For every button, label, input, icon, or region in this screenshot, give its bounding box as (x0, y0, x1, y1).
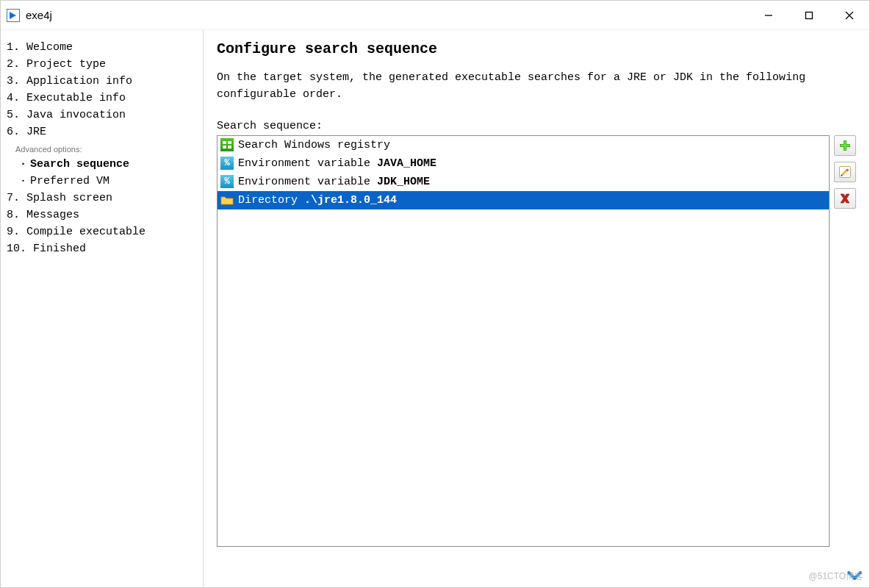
close-icon (845, 11, 854, 20)
sidebar-substep[interactable]: ·Search sequence (7, 156, 203, 173)
body: 1. Welcome2. Project type3. Application … (1, 30, 869, 587)
advanced-options-header: Advanced options: (7, 140, 203, 156)
watermark: @51CTO博客 (808, 570, 863, 583)
list-item[interactable]: %Environment variable JDK_HOME (218, 173, 829, 191)
maximize-icon (805, 11, 813, 20)
minimize-button[interactable] (748, 1, 788, 29)
registry-icon (220, 138, 234, 151)
sidebar-step[interactable]: 10. Finished (7, 240, 203, 257)
sidebar-step[interactable]: 9. Compile executable (7, 223, 203, 240)
search-sequence-listbox[interactable]: Search Windows registry%Environment vari… (217, 135, 830, 547)
list-item-label: Environment variable JAVA_HOME (238, 157, 436, 170)
list-item[interactable]: Search Windows registry (218, 136, 829, 154)
folder-icon (220, 193, 234, 207)
svg-rect-11 (841, 144, 850, 146)
list-item-label: Directory .\jre1.8.0_144 (238, 194, 397, 207)
app-icon (7, 9, 20, 22)
main-panel: Configure search sequence On the target … (204, 30, 869, 587)
sidebar-step[interactable]: 8. Messages (7, 207, 203, 223)
list-label: Search sequence: (217, 120, 856, 132)
list-item[interactable]: %Environment variable JAVA_HOME (218, 154, 829, 173)
list-item-label: Environment variable JDK_HOME (238, 176, 430, 188)
svg-rect-4 (223, 141, 226, 144)
sidebar-substep[interactable]: ·Preferred VM (7, 173, 203, 190)
sidebar-step[interactable]: 7. Splash screen (7, 190, 203, 207)
sidebar-step[interactable]: 3. Application info (7, 73, 203, 90)
page-heading: Configure search sequence (217, 40, 856, 57)
edit-button[interactable] (834, 162, 856, 182)
page-description: On the target system, the generated exec… (217, 69, 856, 104)
env-var-icon: % (220, 175, 234, 188)
svg-rect-6 (223, 146, 226, 148)
maximize-button[interactable] (788, 1, 829, 29)
list-area: Search Windows registry%Environment vari… (217, 135, 856, 547)
edit-icon (838, 165, 852, 179)
sidebar-step[interactable]: 6. JRE (7, 123, 203, 140)
sidebar-step[interactable]: 1. Welcome (7, 39, 203, 56)
titlebar: exe4j (1, 1, 869, 30)
delete-icon (838, 192, 852, 205)
plus-icon (838, 139, 852, 152)
list-buttons (834, 135, 856, 547)
app-window: exe4j 1. Welcome2. Project type3. Applic… (0, 0, 870, 588)
env-var-icon: % (220, 157, 234, 170)
minimize-icon (764, 11, 773, 20)
list-item[interactable]: Directory .\jre1.8.0_144 (218, 191, 829, 209)
sidebar: 1. Welcome2. Project type3. Application … (1, 30, 204, 587)
sidebar-step[interactable]: 2. Project type (7, 56, 203, 73)
remove-button[interactable] (834, 188, 856, 209)
window-controls (748, 1, 869, 29)
sidebar-step[interactable]: 4. Executable info (7, 90, 203, 107)
add-button[interactable] (834, 135, 856, 156)
close-button[interactable] (829, 1, 869, 29)
list-item-label: Search Windows registry (238, 139, 390, 151)
svg-rect-1 (805, 12, 812, 18)
svg-rect-7 (228, 146, 231, 148)
window-title: exe4j (26, 9, 52, 21)
svg-rect-5 (228, 141, 231, 144)
sidebar-step[interactable]: 5. Java invocation (7, 107, 203, 123)
